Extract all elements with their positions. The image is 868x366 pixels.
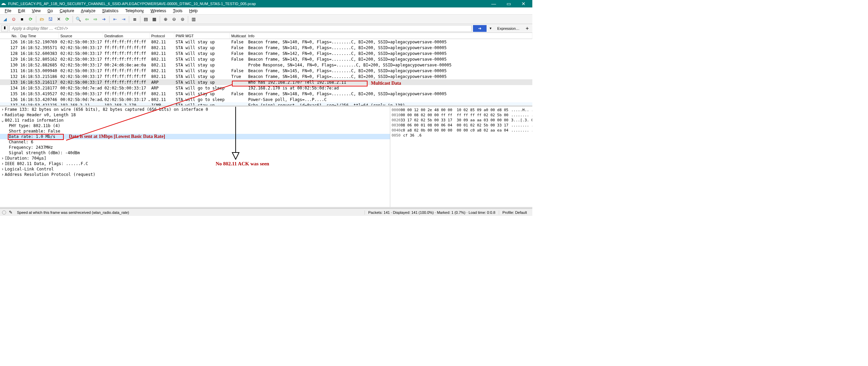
detail-signal[interactable]: Signal strength (dBm): -40dBm xyxy=(0,150,390,156)
window-titlebar: FUNC_LEGACY-PS_AP_11B_NO_SECURITY_CHANNE… xyxy=(0,0,532,7)
status-profile[interactable]: Profile: Default xyxy=(499,210,530,215)
col-destination[interactable]: Destination xyxy=(103,33,150,39)
status-packet-count: Packets: 141 · Displayed: 141 (100.0%) ·… xyxy=(364,210,499,215)
col-source[interactable]: Source xyxy=(59,33,103,39)
menu-go[interactable]: Go xyxy=(44,8,56,14)
packet-row[interactable]: 13716:18:53.421225192.168.2.11192.168.2.… xyxy=(0,102,532,105)
detail-llc[interactable]: ›Logical-Link Control xyxy=(0,166,390,172)
minimize-button[interactable]: — xyxy=(486,0,501,7)
col-info[interactable]: Info xyxy=(247,33,532,39)
save-icon[interactable]: 🖫 xyxy=(46,16,54,23)
packet-row[interactable]: 13516:18:53.41952702:02:5b:00:33:17ff:ff… xyxy=(0,91,532,97)
menu-wireless[interactable]: Wireless xyxy=(147,8,170,14)
colorize-icon[interactable]: ▤ xyxy=(142,16,150,23)
status-field-hint: Speed at which this frame was sent/recei… xyxy=(17,210,364,215)
col-pwrmgt[interactable]: PWR MGT xyxy=(174,33,230,39)
menu-tools[interactable]: Tools xyxy=(170,8,186,14)
packet-row[interactable]: 13316:18:53.21611702:02:5b:00:33:17ff:ff… xyxy=(0,79,532,85)
packet-row[interactable]: 13116:18:53.00994002:02:5b:00:33:17ff:ff… xyxy=(0,68,532,74)
packet-details-pane[interactable]: ›Frame 133: 82 bytes on wire (656 bits),… xyxy=(0,107,390,207)
col-no[interactable]: No. xyxy=(0,33,19,39)
open-icon[interactable]: 🗁 xyxy=(38,16,45,23)
hex-row[interactable]: 0050cf 36.6 xyxy=(392,133,531,138)
hex-row[interactable]: 002033 17 02 02 5b 00 33 17 30 09 aa aa … xyxy=(392,118,531,123)
detail-duration[interactable]: ›[Duration: 704µs] xyxy=(0,156,390,161)
zoom-reset-icon[interactable]: ⊜ xyxy=(179,16,186,23)
reload-icon[interactable]: ⟳ xyxy=(63,16,71,23)
hex-row[interactable]: 001000 00 08 02 00 00 ff ff ff ff ff ff … xyxy=(392,113,531,118)
detail-arp[interactable]: ›Address Resolution Protocol (request) xyxy=(0,172,390,177)
display-filter-input[interactable] xyxy=(9,25,472,32)
maximize-button[interactable]: ▭ xyxy=(501,0,516,7)
prev-icon[interactable]: ⇦ xyxy=(83,16,91,23)
detail-channel[interactable]: Channel: 6 xyxy=(0,139,390,145)
expression-button[interactable]: Expression… xyxy=(495,26,522,30)
packet-bytes-pane[interactable]: 000000 00 12 00 2e 48 00 00 10 02 85 09 … xyxy=(390,107,532,207)
hex-row[interactable]: 0040c0 a8 02 0b 00 00 00 00 00 00 c0 a8 … xyxy=(392,128,531,133)
packet-row[interactable]: 12816:18:52.60038302:02:5b:00:33:17ff:ff… xyxy=(0,50,532,56)
find-icon[interactable]: 🔍 xyxy=(75,16,82,23)
close-file-icon[interactable]: ✕ xyxy=(55,16,62,23)
menu-help[interactable]: Help xyxy=(186,8,201,14)
last-icon[interactable]: ⇥ xyxy=(120,16,127,23)
detail-phy[interactable]: PHY type: 802.11b (4) xyxy=(0,123,390,128)
zoom-in-icon[interactable]: ⊕ xyxy=(162,16,169,23)
zoom-out-icon[interactable]: ⊖ xyxy=(170,16,178,23)
detail-preamble[interactable]: Short preamble: False xyxy=(0,128,390,134)
detail-radiotap[interactable]: ›Radiotap Header v0, Length 18 xyxy=(0,112,390,118)
packet-row[interactable]: 12616:18:52.19076902:02:5b:00:33:17ff:ff… xyxy=(0,39,532,45)
status-bar: ✎ Speed at which this frame was sent/rec… xyxy=(0,208,532,216)
colorize2-icon[interactable]: ▦ xyxy=(151,16,158,23)
filter-bar: ▮ ➜ ▾ Expression… + xyxy=(0,24,532,33)
shark-icon[interactable]: ◢ xyxy=(1,16,9,23)
packet-list-header[interactable]: No. Day Time Source Destination Protocol… xyxy=(0,33,532,39)
detail-radio[interactable]: ⌄802.11 radio information xyxy=(0,118,390,123)
restart-icon[interactable]: ⟳ xyxy=(27,16,34,23)
next-icon[interactable]: ⇨ xyxy=(92,16,99,23)
apply-filter-button[interactable]: ➜ xyxy=(473,25,487,32)
col-daytime[interactable]: Day Time xyxy=(19,33,59,39)
edit-icon[interactable]: ✎ xyxy=(9,210,14,215)
packet-list-body[interactable]: 12616:18:52.19076902:02:5b:00:33:17ff:ff… xyxy=(0,39,532,105)
menu-statistics[interactable]: Statistics xyxy=(99,8,122,14)
close-button[interactable]: ✕ xyxy=(516,0,531,7)
col-multicast[interactable]: Multicast xyxy=(230,33,247,39)
col-protocol[interactable]: Protocol xyxy=(150,33,174,39)
wireshark-icon xyxy=(1,1,6,6)
detail-frame[interactable]: ›Frame 133: 82 bytes on wire (656 bits),… xyxy=(0,107,390,112)
detail-frequency[interactable]: Frequency: 2437MHz xyxy=(0,145,390,150)
record-icon[interactable]: ⊙ xyxy=(10,16,17,23)
menu-bar: File Edit View Go Capture Analyze Statis… xyxy=(0,7,532,15)
packet-row[interactable]: 13216:18:53.21518602:02:5b:00:33:17ff:ff… xyxy=(0,74,532,79)
resize-cols-icon[interactable]: ▥ xyxy=(190,16,197,23)
packet-row[interactable]: 13416:18:53.21817700:02:5b:0d:7e:ad02:02… xyxy=(0,85,532,91)
hex-row[interactable]: 003008 06 00 01 08 00 06 04 00 01 02 02 … xyxy=(392,123,531,128)
menu-analyze[interactable]: Analyze xyxy=(78,8,99,14)
filter-bookmark-icon[interactable]: ▮ xyxy=(1,25,8,32)
main-toolbar: ◢ ⊙ ■ ⟳ 🗁 🖫 ✕ ⟳ 🔍 ⇦ ⇨ ➔ ⇤ ⇥ ≣ ▤ ▦ ⊕ ⊖ ⊜ … xyxy=(0,15,532,24)
packet-list-pane[interactable]: No. Day Time Source Destination Protocol… xyxy=(0,33,532,105)
stop-icon[interactable]: ■ xyxy=(18,16,26,23)
filter-history-dropdown[interactable]: ▾ xyxy=(488,26,493,30)
expert-info-led-icon[interactable] xyxy=(2,210,6,215)
first-icon[interactable]: ⇤ xyxy=(111,16,119,23)
menu-telephony[interactable]: Telephony xyxy=(122,8,147,14)
detail-datarate[interactable]: Data rate: 1.0 Mb/s xyxy=(0,134,390,139)
menu-view[interactable]: View xyxy=(28,8,44,14)
detail-ieee80211[interactable]: ›IEEE 802.11 Data, Flags: ......F.C xyxy=(0,161,390,166)
window-title: FUNC_LEGACY-PS_AP_11B_NO_SECURITY_CHANNE… xyxy=(8,2,486,6)
hex-row[interactable]: 000000 00 12 00 2e 48 00 00 10 02 85 09 … xyxy=(392,107,531,113)
jump-icon[interactable]: ➔ xyxy=(100,16,107,23)
add-filter-button[interactable]: + xyxy=(524,25,531,32)
menu-file[interactable]: File xyxy=(1,8,15,14)
menu-edit[interactable]: Edit xyxy=(15,8,28,14)
packet-row[interactable]: 12716:18:52.39557102:02:5b:00:33:17ff:ff… xyxy=(0,45,532,50)
menu-capture[interactable]: Capture xyxy=(56,8,78,14)
packet-row[interactable]: 13616:18:53.42074600:02:5b:0d:7e:ad…02:0… xyxy=(0,97,532,102)
packet-row[interactable]: 13016:18:52.88268502:02:5b:00:33:1700:24… xyxy=(0,62,532,68)
packet-row[interactable]: 12916:18:52.80516202:02:5b:00:33:17ff:ff… xyxy=(0,56,532,62)
auto-scroll-icon[interactable]: ≣ xyxy=(131,16,138,23)
